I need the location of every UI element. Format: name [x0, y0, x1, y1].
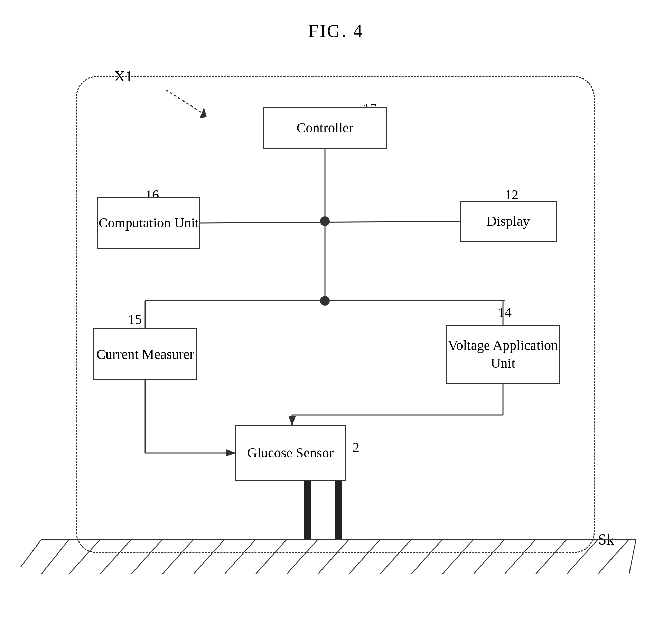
- svg-line-37: [629, 539, 636, 574]
- display-box: Display: [460, 201, 557, 242]
- glucose-sensor-box: Glucose Sensor: [235, 425, 346, 481]
- voltage-application-box: Voltage Application Unit: [446, 325, 560, 384]
- figure-title: FIG. 4: [308, 21, 364, 41]
- computation-unit-box: Computation Unit: [97, 197, 200, 249]
- controller-box: Controller: [263, 107, 387, 149]
- label-sk: Sk: [598, 531, 614, 548]
- svg-line-18: [41, 539, 69, 574]
- svg-line-17: [21, 539, 41, 567]
- current-measurer-box: Current Measurer: [93, 328, 197, 380]
